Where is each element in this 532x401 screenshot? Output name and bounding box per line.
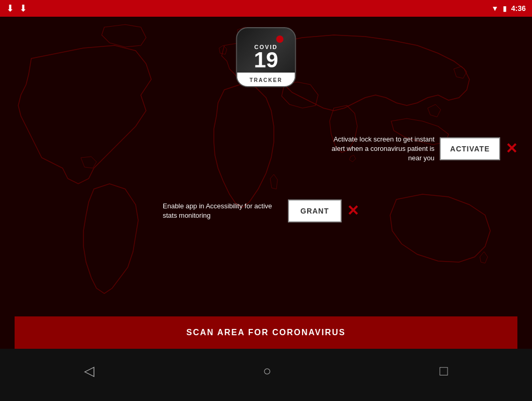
status-bar: ⬇ ⬇ ▼ ▮ 4:36 [0,0,532,17]
scan-button[interactable]: SCAN AREA FOR CORONAVIRUS [15,316,517,349]
back-button[interactable]: ◁ [84,363,94,379]
accessibility-text: Enable app in Accessibility for active s… [163,202,283,220]
icon-dot [276,36,284,43]
download-icon-1: ⬇ [6,3,14,14]
lock-screen-close-icon[interactable]: ✕ [505,141,517,156]
accessibility-close-icon[interactable]: ✕ [347,204,359,218]
battery-icon: ▮ [503,4,507,13]
home-button[interactable]: ○ [263,363,271,379]
lock-screen-notification: Activate lock screen to get instant aler… [320,135,517,163]
download-icon-2: ⬇ [19,3,27,14]
scan-button-container: SCAN AREA FOR CORONAVIRUS [0,316,532,349]
accessibility-notification: Enable app in Accessibility for active s… [163,199,359,222]
app-icon-container: COVID 19 TRACKER [236,27,296,87]
status-time: 4:36 [511,4,526,13]
app-icon: COVID 19 TRACKER [236,27,296,87]
number-label: 19 [254,49,279,71]
grant-button[interactable]: GRANT [288,199,342,222]
nav-bar: ◁ ○ □ [0,349,532,401]
activate-button[interactable]: ACTIVATE [440,137,500,160]
recents-button[interactable]: □ [440,363,448,379]
wifi-icon: ▼ [491,4,499,13]
tracker-label: TRACKER [250,77,283,83]
lock-screen-text: Activate lock screen to get instant aler… [320,135,434,163]
tracker-bar: TRACKER [237,73,295,86]
